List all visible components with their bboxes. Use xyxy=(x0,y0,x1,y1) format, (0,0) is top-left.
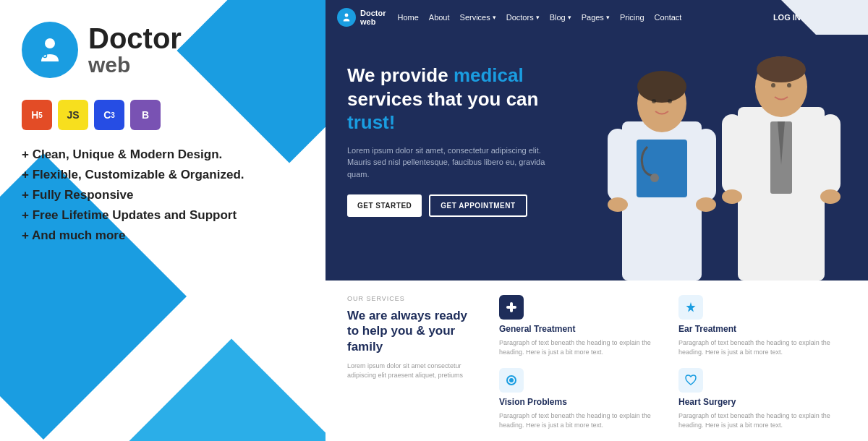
nav-links: Home About Services Doctors Blog Pages P… xyxy=(397,13,773,22)
nav-doctors[interactable]: Doctors xyxy=(506,13,540,22)
nav-blog[interactable]: Blog xyxy=(550,13,571,22)
heart-name: Heart Surgery xyxy=(678,397,846,407)
hero-title: We provide medical services that you can… xyxy=(347,64,622,134)
service-ear: Ear Treatment Paragraph of text beneath … xyxy=(678,295,846,356)
hero-buttons: GET STARTED GET APPOINTMENT xyxy=(347,194,622,217)
nav-home[interactable]: Home xyxy=(397,13,418,22)
feature-5: And much more xyxy=(22,228,304,243)
svg-point-0 xyxy=(45,38,55,48)
tech-badges: H5 JS C3 B xyxy=(22,100,304,130)
svg-point-9 xyxy=(650,174,659,182)
vision-desc: Paragraph of text beneath the heading to… xyxy=(499,411,667,429)
nav-pricing[interactable]: Pricing xyxy=(620,13,644,22)
svg-rect-11 xyxy=(696,129,716,201)
nav-logo-icon xyxy=(337,8,356,27)
svg-point-13 xyxy=(696,197,716,212)
services-label: OUR SERVICES xyxy=(347,295,477,302)
general-treatment-name: General Treatment xyxy=(499,324,667,334)
svg-point-20 xyxy=(787,83,791,87)
service-heart: Heart Surgery Paragraph of text beneath … xyxy=(678,368,846,429)
hero-content: We provide medical services that you can… xyxy=(347,64,622,217)
nav-pages[interactable]: Pages xyxy=(582,13,610,22)
svg-point-8 xyxy=(668,99,672,103)
vision-icon xyxy=(499,368,524,393)
html5-badge: H5 xyxy=(22,100,52,130)
left-panel: Doctor web H5 JS C3 B Clean, Unique & Mo… xyxy=(0,0,326,441)
feature-4: Free Lifetime Updates and Support xyxy=(22,208,304,223)
hero-title-highlight: medical xyxy=(454,64,524,86)
svg-rect-21 xyxy=(722,114,742,194)
svg-point-2 xyxy=(345,13,349,17)
logo-text: Doctor web xyxy=(88,24,182,77)
svg-point-18 xyxy=(757,56,806,82)
logo-web: web xyxy=(88,53,182,77)
ear-treatment-desc: Paragraph of text beneath the heading to… xyxy=(678,338,846,356)
services-grid: General Treatment Paragraph of text bene… xyxy=(499,295,846,427)
logo-icon xyxy=(22,22,78,78)
heart-icon xyxy=(678,368,703,393)
services-desc: Lorem ipsum dolor sit amet consectetur a… xyxy=(347,361,477,381)
svg-point-24 xyxy=(820,189,841,204)
logo-area: Doctor web xyxy=(22,22,304,78)
svg-point-23 xyxy=(722,189,742,204)
logo-doctor: Doctor xyxy=(88,24,182,53)
services-left: OUR SERVICES We are always ready to help… xyxy=(347,295,477,427)
bootstrap-badge: B xyxy=(130,100,161,130)
hero-title-highlight2: trust! xyxy=(347,111,395,133)
nav-logo-text: Doctorweb xyxy=(360,9,386,26)
bg-shape-bottom xyxy=(129,339,326,441)
right-panel: Doctorweb Home About Services Doctors Bl… xyxy=(326,0,868,441)
nav-about[interactable]: About xyxy=(429,13,450,22)
nav-services[interactable]: Services xyxy=(460,13,496,22)
hero-title-rest: services that you can xyxy=(347,88,538,110)
ear-treatment-icon xyxy=(678,295,703,320)
nav-logo: Doctorweb xyxy=(337,8,386,27)
hero-subtitle: Lorem ipsum dolor sit amet, consectetur … xyxy=(347,145,564,181)
get-started-button[interactable]: GET STARTED xyxy=(347,194,422,217)
vision-name: Vision Problems xyxy=(499,397,667,407)
svg-rect-22 xyxy=(820,114,841,194)
heart-desc: Paragraph of text beneath the heading to… xyxy=(678,411,846,429)
service-vision: Vision Problems Paragraph of text beneat… xyxy=(499,368,667,429)
services-heading: We are always ready to help you & your f… xyxy=(347,308,477,354)
feature-3: Fully Responsive xyxy=(22,188,304,202)
ear-treatment-name: Ear Treatment xyxy=(678,324,846,334)
services-section: OUR SERVICES We are always ready to help… xyxy=(326,281,868,441)
general-treatment-desc: Paragraph of text beneath the heading to… xyxy=(499,338,667,356)
service-general: General Treatment Paragraph of text bene… xyxy=(499,295,667,356)
appointment-button[interactable]: GET APPOINTMENT xyxy=(429,194,527,217)
svg-point-28 xyxy=(509,378,514,382)
svg-point-19 xyxy=(771,83,775,87)
feature-1: Clean, Unique & Modern Design. xyxy=(22,147,304,162)
hero-section: We provide medical services that you can… xyxy=(326,35,868,281)
svg-point-6 xyxy=(637,71,686,103)
hero-title-plain: We provide xyxy=(347,64,454,86)
feature-2: Flexible, Customizable & Organized. xyxy=(22,168,304,182)
general-treatment-icon xyxy=(499,295,524,320)
svg-point-7 xyxy=(652,99,656,103)
nav-contact[interactable]: Contact xyxy=(655,13,682,22)
js-badge: JS xyxy=(58,100,88,130)
svg-rect-26 xyxy=(506,306,516,309)
css3-badge: C3 xyxy=(94,100,124,130)
features-list: Clean, Unique & Modern Design. Flexible,… xyxy=(22,147,304,243)
